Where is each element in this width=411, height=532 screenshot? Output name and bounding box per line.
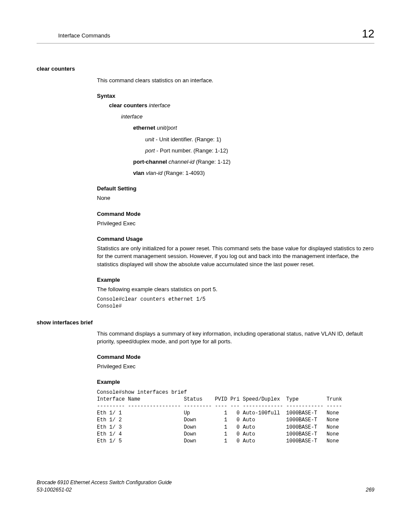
example-label: Example [97,378,374,386]
chapter-number: 12 [362,26,374,41]
syntax-vlan: vlan vlan-id (Range: 1-4093) [133,169,374,177]
page-footer: Brocade 6910 Ethernet Access Switch Conf… [37,479,374,494]
usage-label: Command Usage [97,235,374,243]
intro-paragraph: This command displays a summary of key i… [97,330,374,345]
mode-value: Privileged Exec [97,220,374,227]
section-content: This command displays a summary of key i… [97,330,374,445]
syntax-interface: interface [121,113,374,121]
section-content: This command clears statistics on an int… [97,77,374,310]
command-heading: clear counters [37,65,374,73]
syntax-unit: unit - Unit identifier. (Range: 1) [145,136,374,143]
syntax-port: port - Port number. (Range: 1-12) [145,147,374,155]
footer-left: Brocade 6910 Ethernet Access Switch Conf… [37,479,172,494]
example-code: Console#show interfaces brief Interface … [97,389,374,445]
page-header: Interface Commands 12 [37,26,374,44]
syntax-cmd: clear counters interface [109,102,374,109]
mode-label: Command Mode [97,353,374,361]
usage-text: Statistics are only initialized for a po… [97,245,374,268]
mode-label: Command Mode [97,210,374,218]
command-heading: show interfaces brief [37,319,374,327]
example-code: Console#clear counters ethernet 1/5 Cons… [97,296,374,310]
header-title: Interface Commands [58,32,110,40]
default-label: Default Setting [97,185,374,193]
example-intro: The following example clears statistics … [97,286,374,293]
intro-paragraph: This command clears statistics on an int… [97,77,374,84]
mode-value: Privileged Exec [97,363,374,370]
page-number: 269 [366,486,374,494]
example-label: Example [97,276,374,284]
syntax-label: Syntax [97,92,374,100]
syntax-ethernet: ethernet unit/port [133,124,374,132]
syntax-portchannel: port-channel channel-id (Range: 1-12) [133,158,374,166]
default-value: None [97,194,374,202]
